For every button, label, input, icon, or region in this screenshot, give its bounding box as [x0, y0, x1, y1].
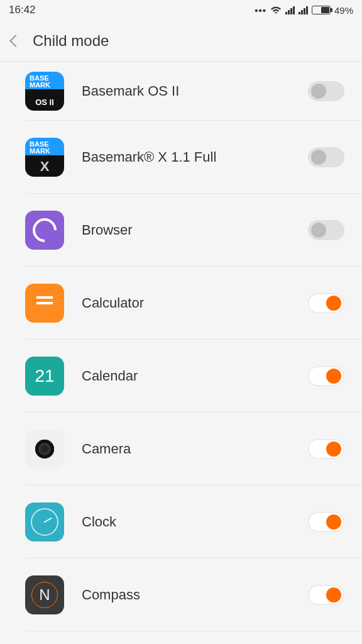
app-name-label: Calendar: [82, 368, 308, 384]
basemark-os-icon: BASEMARKOS II: [25, 72, 64, 111]
status-bar: 16:42 ••• 49%: [0, 0, 362, 20]
compass-icon: [25, 575, 64, 614]
back-icon[interactable]: [9, 35, 22, 47]
camera-icon: [25, 430, 64, 469]
status-time: 16:42: [9, 4, 36, 16]
list-item: Browser: [25, 194, 362, 267]
toggle-browser[interactable]: [308, 220, 344, 240]
signal-icon-2: [299, 6, 308, 14]
list-item: BASEMARKX Basemark® X 1.1 Full: [25, 121, 362, 194]
browser-icon: [25, 211, 64, 250]
list-item: Camera: [25, 413, 362, 486]
app-name-label: Clock: [82, 514, 308, 530]
calendar-icon: 21: [25, 357, 64, 396]
header: Child mode: [0, 20, 362, 62]
list-item: 21 Calendar: [25, 340, 362, 413]
app-name-label: Compass: [82, 587, 308, 603]
signal-icon-1: [285, 6, 295, 14]
app-name-label: Basemark OS II: [82, 83, 308, 99]
toggle-clock[interactable]: [308, 512, 344, 532]
toggle-calculator[interactable]: [308, 293, 344, 313]
app-name-label: Calculator: [82, 295, 308, 311]
more-icon: •••: [255, 5, 266, 16]
list-item: BASEMARKOS II Basemark OS II: [25, 62, 362, 121]
clock-icon: [25, 502, 64, 541]
list-item: Calculator: [25, 267, 362, 340]
calculator-icon: [25, 284, 64, 323]
battery-icon: [312, 6, 331, 14]
wifi-icon: [270, 6, 282, 14]
basemark-x-icon: BASEMARKX: [25, 138, 64, 177]
list-item: Clock: [25, 486, 362, 558]
app-name-label: Camera: [82, 441, 308, 457]
app-name-label: Basemark® X 1.1 Full: [82, 149, 308, 165]
status-right: ••• 49%: [255, 5, 353, 16]
app-list: BASEMARKOS II Basemark OS II BASEMARKX B…: [0, 62, 362, 631]
page-title: Child mode: [33, 32, 109, 50]
toggle-camera[interactable]: [308, 439, 344, 459]
toggle-compass[interactable]: [308, 585, 344, 605]
toggle-calendar[interactable]: [308, 366, 344, 386]
app-name-label: Browser: [82, 222, 308, 238]
battery-percentage: 49%: [334, 5, 353, 16]
list-item: Compass: [25, 558, 362, 631]
toggle-basemark-os[interactable]: [308, 81, 344, 101]
toggle-basemark-x[interactable]: [308, 147, 344, 167]
